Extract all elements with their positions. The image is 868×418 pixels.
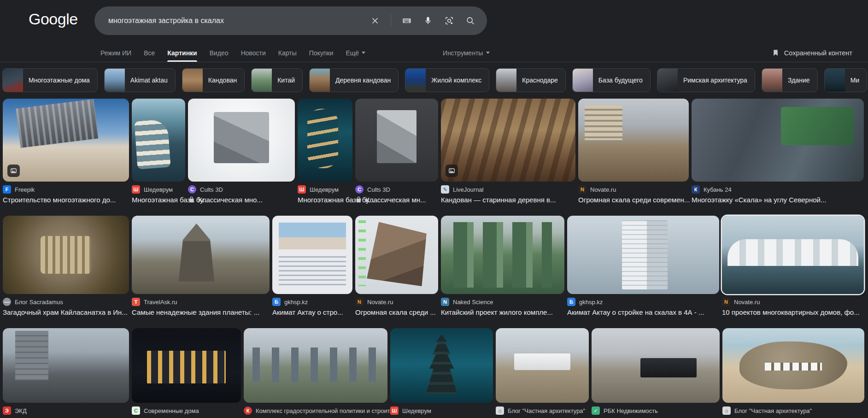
result-thumbnail[interactable] [3,99,129,182]
result-source[interactable]: ✎LiveJournal [441,185,575,194]
result-thumbnail[interactable] [298,99,352,182]
image-result: ККомплекс градостроительной политики и с… [244,328,387,415]
result-title[interactable]: Загадочный храм Кайласанатха в Ин... [3,308,129,316]
result-title[interactable]: Акимат Актау о стройке на скалах в 4А - … [567,308,719,316]
related-chip-5[interactable]: Жилой комплекс [405,68,489,92]
result-thumbnail[interactable] [355,216,438,294]
result-thumbnail[interactable] [692,99,864,182]
result-title[interactable]: Классическая мно... [188,196,295,204]
camera-lens-icon[interactable] [444,15,455,26]
result-source[interactable]: —Блог Sacradamus [3,298,129,306]
search-input[interactable] [107,16,369,25]
result-caption: Бgkhsp.kzАкимат Актау о стройке на скала… [567,298,719,316]
related-chip-1[interactable]: Akimat aktau [104,68,176,92]
result-source[interactable]: ККубань 24 [692,185,864,194]
related-chip-4[interactable]: Деревня кандован [309,68,399,92]
result-caption: FFreepikСтроительство многоэтажного до..… [3,185,129,204]
result-caption: NNovate.ruОгромная скала среди ... [355,298,438,316]
result-thumbnail[interactable] [355,99,438,182]
result-thumbnail[interactable] [132,216,270,294]
google-logo[interactable]: Google [29,10,78,28]
result-title[interactable]: Огромная скала среди ... [355,308,438,316]
result-thumbnail[interactable] [132,99,185,182]
result-thumbnail[interactable] [3,328,129,403]
result-title[interactable]: Огромная скала среди современ... [578,196,689,204]
results-row-1: FFreepikСтроительство многоэтажного до..… [3,99,868,204]
result-source[interactable]: FFreepik [3,185,129,194]
result-source[interactable]: ⌂Блог "Частная архитектура" [496,406,589,415]
result-source[interactable]: ККомплекс градостроительной политики и с… [244,406,387,415]
result-source[interactable]: Бgkhsp.kz [567,298,719,306]
related-chip-9[interactable]: Здание [762,68,818,92]
related-chip-8[interactable]: Римская архитектура [657,68,755,92]
tab-4[interactable]: Новости [241,44,266,62]
result-caption: ШШедеврумМногоэтажная база бу... [132,185,185,204]
result-title[interactable]: Многоэтажная база бу... [132,196,185,204]
result-source[interactable]: NNovate.ru [355,298,438,306]
result-source[interactable]: CCults 3D [355,185,438,194]
result-title[interactable]: Акимат Актау о стро... [272,308,352,316]
result-thumbnail[interactable] [441,216,564,294]
search-icon[interactable] [465,15,476,26]
result-thumbnail[interactable] [272,216,352,294]
result-title[interactable]: Самые ненадежные здания планеты: ... [132,308,270,316]
result-source[interactable]: ЭЭКД [3,406,129,415]
tab-3[interactable]: Видео [210,44,229,62]
saved-content-button[interactable]: Сохраненный контент [772,49,852,57]
result-source[interactable]: Бgkhsp.kz [272,298,352,306]
image-result: CCults 3DКлассическая мн... [355,99,438,204]
result-source[interactable]: NNovate.ru [578,185,689,194]
result-title-text: 10 проектов многоквартирных домов, фо... [722,308,860,316]
result-thumbnail[interactable] [722,216,864,294]
related-chip-6[interactable]: Краснодаре [496,68,565,92]
tab-7[interactable]: Ещё [346,44,365,62]
related-chip-7[interactable]: База будущего [572,68,651,92]
result-thumbnail[interactable] [592,328,720,403]
result-source[interactable]: ШШедеврум [132,185,185,194]
result-source[interactable]: ШШедеврум [390,406,493,415]
tab-2[interactable]: Картинки [167,44,197,62]
source-name: Шедеврум [402,407,431,414]
result-source[interactable]: NNovate.ru [722,298,864,306]
result-title[interactable]: Китайский проект жилого компле... [441,308,564,316]
result-thumbnail[interactable] [188,99,295,182]
result-source[interactable]: ⌂Блог "Частная архитектура" [722,406,864,415]
source-favicon: F [3,185,11,194]
result-caption: TTravelAsk.ruСамые ненадежные здания пла… [132,298,270,316]
result-title[interactable]: Многоэтажная база бу... [298,196,352,204]
result-title[interactable]: Строительство многоэтажного до... [3,196,129,204]
result-thumbnail[interactable] [244,328,387,403]
result-thumbnail[interactable] [578,99,689,182]
result-thumbnail[interactable] [3,216,129,294]
result-source[interactable]: ✓РБК Недвижимость [592,406,720,415]
tab-5[interactable]: Карты [278,44,297,62]
mic-icon[interactable] [422,15,434,26]
related-chip-0[interactable]: Многоэтажные дома [2,68,98,92]
tab-6[interactable]: Покупки [309,44,334,62]
result-thumbnail[interactable] [390,328,493,403]
keyboard-icon[interactable] [401,15,412,26]
result-thumbnail[interactable] [441,99,575,182]
results-row-3: ЭЭКДССовременные домаККомплекс градостро… [3,328,868,415]
result-title[interactable]: Кандован — старинная деревня в... [441,196,575,204]
result-thumbnail[interactable] [567,216,719,294]
clear-search-icon[interactable] [369,15,381,26]
tools-menu[interactable]: Инструменты [443,49,490,57]
tab-1[interactable]: Все [144,44,155,62]
result-source[interactable]: TTravelAsk.ru [132,298,270,306]
result-title[interactable]: 10 проектов многоквартирных домов, фо... [722,308,864,316]
result-thumbnail[interactable] [722,328,864,403]
related-chip-3[interactable]: Китай [251,68,303,92]
result-source[interactable]: ССовременные дома [132,406,241,415]
result-source[interactable]: ШШедеврум [298,185,352,194]
result-thumbnail[interactable] [132,328,241,403]
result-source[interactable]: CCults 3D [188,185,295,194]
result-title[interactable]: Многоэтажку «Скала» на углу Северной... [692,196,864,204]
tab-0[interactable]: Режим ИИ [100,44,131,62]
result-caption: —Блог SacradamusЗагадочный храм Кайласан… [3,298,129,316]
result-title[interactable]: Классическая мн... [355,196,438,204]
related-chip-2[interactable]: Кандован [182,68,245,92]
result-source[interactable]: NNaked Science [441,298,564,306]
result-thumbnail[interactable] [496,328,589,403]
related-chip-10[interactable]: Ми [824,68,867,92]
